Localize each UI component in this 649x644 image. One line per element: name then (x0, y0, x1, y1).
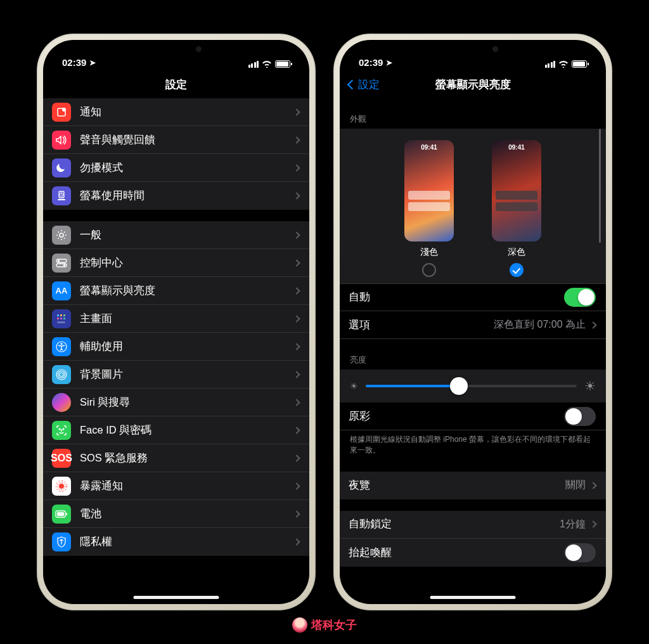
row-sounds[interactable]: 聲音與觸覺回饋 (43, 126, 309, 154)
toggle-auto[interactable] (564, 288, 596, 307)
settings-list[interactable]: 通知 聲音與觸覺回饋 勿擾模式 螢幕使用時間 一般 控制中心 AA螢幕顯示與亮度… (43, 98, 309, 604)
page-title: 螢幕顯示與亮度 (435, 77, 511, 92)
chevron-right-icon (293, 231, 300, 238)
svg-rect-27 (57, 512, 64, 516)
sos-icon: SOS (52, 449, 71, 468)
chevron-right-icon (293, 315, 300, 322)
svg-point-4 (60, 233, 63, 237)
row-notifications[interactable]: 通知 (43, 98, 309, 126)
screen-left: 02:39 ➤ 設定 通知 聲音與觸覺回饋 勿擾模式 螢幕使用時間 一般 控制中… (43, 40, 309, 604)
svg-rect-9 (57, 314, 59, 316)
screentime-icon (52, 186, 71, 205)
row-screentime[interactable]: 螢幕使用時間 (43, 182, 309, 210)
chevron-right-icon (293, 427, 300, 434)
location-icon: ➤ (386, 58, 392, 67)
battery-icon (275, 60, 290, 68)
chevron-right-icon (293, 482, 300, 489)
toggle-raise-wake[interactable] (564, 543, 596, 562)
sun-big-icon: ☀︎ (584, 378, 596, 394)
radio-light[interactable] (422, 263, 436, 277)
svg-rect-10 (60, 314, 62, 316)
slider-knob[interactable] (450, 377, 468, 395)
chevron-right-icon (293, 510, 300, 517)
page-title: 設定 (165, 77, 187, 92)
row-battery[interactable]: 電池 (43, 500, 309, 528)
chevron-right-icon (589, 521, 596, 528)
chevron-right-icon (293, 136, 300, 143)
row-privacy[interactable]: 隱私權 (43, 528, 309, 556)
wifi-icon (262, 60, 272, 68)
preview-dark: 09:41 (492, 140, 541, 242)
row-dnd[interactable]: 勿擾模式 (43, 154, 309, 182)
chevron-right-icon (293, 399, 300, 406)
faceid-icon (52, 421, 71, 440)
row-display[interactable]: AA螢幕顯示與亮度 (43, 277, 309, 305)
phone-left: 02:39 ➤ 設定 通知 聲音與觸覺回饋 勿擾模式 螢幕使用時間 一般 控制中… (37, 34, 316, 610)
row-auto-lock[interactable]: 自動鎖定 1分鐘 (340, 511, 606, 539)
svg-rect-28 (66, 513, 67, 515)
svg-rect-12 (57, 318, 59, 319)
wallpaper-icon (52, 365, 71, 384)
row-options[interactable]: 選項 深色直到 07:00 為止 (340, 311, 606, 339)
brightness-slider[interactable] (366, 385, 577, 387)
svg-point-6 (58, 259, 60, 261)
notch (413, 40, 533, 59)
row-raise-wake: 抬起喚醒 (340, 539, 606, 567)
dnd-icon (52, 158, 71, 177)
preview-light: 09:41 (404, 140, 454, 242)
row-sos[interactable]: SOSSOS 緊急服務 (43, 444, 309, 472)
exposure-icon (52, 477, 71, 496)
watermark: 塔科女子 (292, 617, 357, 633)
true-tone-footer: 根據周圍光線狀況自動調整 iPhone 螢幕，讓色彩在不同的環境下都看起來一致。 (340, 430, 606, 460)
home-indicator[interactable] (430, 596, 516, 599)
chevron-left-icon (347, 79, 357, 89)
svg-rect-3 (58, 199, 65, 200)
svg-rect-15 (57, 321, 65, 323)
chevron-right-icon (589, 482, 596, 489)
siri-icon (52, 393, 71, 412)
group-night-shift: 夜覽 關閉 (340, 472, 606, 499)
row-auto: 自動 (340, 283, 606, 311)
group-lock: 自動鎖定 1分鐘 抬起喚醒 (340, 511, 606, 567)
row-wallpaper[interactable]: 背景圖片 (43, 361, 309, 389)
cell-signal-icon (545, 61, 556, 68)
chevron-right-icon (293, 371, 300, 378)
sounds-icon (52, 131, 71, 150)
row-accessibility[interactable]: 輔助使用 (43, 333, 309, 361)
appearance-picker: 09:41 淺色 09:41 深色 (340, 129, 606, 283)
row-night-shift[interactable]: 夜覽 關閉 (340, 472, 606, 499)
svg-rect-11 (63, 314, 65, 316)
privacy-icon (52, 532, 71, 551)
appearance-dark[interactable]: 09:41 深色 (492, 140, 541, 277)
chevron-right-icon (589, 321, 596, 328)
row-exposure[interactable]: 暴露通知 (43, 472, 309, 500)
appearance-light[interactable]: 09:41 淺色 (404, 140, 454, 277)
screen-right: 02:39 ➤ 設定 螢幕顯示與亮度 外觀 09:41 淺色 (340, 40, 606, 604)
row-true-tone: 原彩 (340, 402, 606, 430)
toggle-true-tone[interactable] (564, 407, 596, 426)
homescreen-icon (52, 309, 71, 328)
slider-fill (366, 385, 459, 387)
home-indicator[interactable] (134, 596, 219, 599)
row-homescreen[interactable]: 主畫面 (43, 305, 309, 333)
scrollbar[interactable] (599, 129, 601, 243)
row-faceid[interactable]: Face ID 與密碼 (43, 416, 309, 444)
svg-point-18 (60, 373, 63, 377)
chevron-right-icon (293, 343, 300, 350)
svg-point-1 (62, 108, 66, 112)
row-control-center[interactable]: 控制中心 (43, 249, 309, 277)
watermark-icon (292, 617, 307, 633)
chevron-right-icon (293, 454, 300, 461)
back-button[interactable]: 設定 (349, 77, 380, 92)
general-icon (52, 226, 71, 245)
row-general[interactable]: 一般 (43, 221, 309, 249)
settings-group-1: 通知 聲音與觸覺回饋 勿擾模式 螢幕使用時間 (43, 98, 309, 210)
radio-dark[interactable] (510, 263, 524, 277)
battery-row-icon (52, 505, 71, 524)
row-siri[interactable]: Siri 與搜尋 (43, 389, 309, 416)
svg-point-19 (58, 371, 65, 378)
display-settings[interactable]: 外觀 09:41 淺色 09:41 深色 自動 選項 深色直到 07 (340, 98, 606, 604)
navbar-settings: 設定 (43, 70, 309, 98)
display-icon: AA (52, 281, 71, 300)
chevron-right-icon (293, 259, 300, 266)
